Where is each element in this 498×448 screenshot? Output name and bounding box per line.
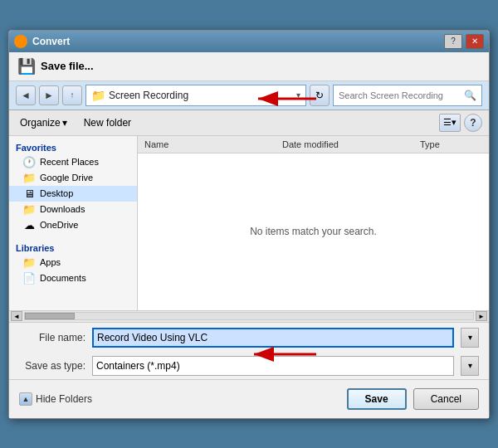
sidebar-item-apps-label: Apps [40, 257, 130, 267]
file-list-empty: No items match your search. [138, 153, 489, 310]
sidebar-item-desktop[interactable]: 🖥 Desktop [9, 186, 137, 202]
recent-icon: 🕐 [22, 156, 36, 168]
scroll-left-arrow[interactable]: ◄ [11, 311, 22, 321]
savetype-dropdown[interactable]: ▾ [461, 356, 479, 376]
sidebar: Favorites 🕐 Recent Places 📁 Google Drive… [9, 136, 138, 310]
sidebar-item-downloads[interactable]: 📁 Downloads [9, 202, 137, 217]
close-button[interactable]: ✕ [466, 34, 484, 49]
sidebar-item-onedrive[interactable]: ☁ OneDrive [9, 217, 137, 233]
sidebar-item-apps[interactable]: 📁 Apps [9, 255, 137, 270]
libraries-label: Libraries [9, 240, 137, 255]
empty-message: No items match your search. [250, 226, 377, 237]
window-title: Convert [32, 36, 70, 47]
search-box[interactable]: 🔍 [333, 85, 482, 106]
toolbar-right: ☰▾ ? [439, 114, 482, 132]
file-list-area: Name Date modified Type No items match y… [138, 136, 489, 310]
bottom-row: ▲ Hide Folders Save Cancel [9, 379, 489, 418]
sidebar-item-onedrive-label: OneDrive [40, 220, 130, 230]
hide-folders-icon: ▲ [19, 392, 32, 406]
forward-button[interactable]: ► [39, 85, 59, 105]
back-button[interactable]: ◄ [16, 85, 36, 105]
favorites-label: Favorites [9, 139, 137, 154]
address-bar: ◄ ► ↑ 📁 Screen Recording ▾ ↻ 🔍 [9, 81, 489, 110]
dialog-header: 💾 Save file... [9, 52, 489, 81]
new-folder-button[interactable]: New folder [78, 114, 137, 131]
view-toggle-button[interactable]: ☰▾ [439, 114, 461, 132]
sidebar-item-documents[interactable]: 📄 Documents [9, 270, 137, 286]
hide-folders-label: Hide Folders [36, 393, 92, 405]
filename-label: File name: [19, 332, 85, 343]
help-button[interactable]: ? [444, 34, 462, 49]
toolbar: Organize ▾ New folder ☰▾ ? [9, 110, 489, 136]
savetype-value: Containers (*.mp4) [96, 360, 180, 372]
downloads-icon: 📁 [22, 203, 36, 216]
sidebar-item-googledrive-label: Google Drive [40, 173, 130, 183]
sidebar-item-documents-label: Documents [40, 273, 130, 283]
action-buttons: Save Cancel [347, 388, 479, 410]
googledrive-icon: 📁 [22, 172, 36, 184]
sidebar-item-googledrive[interactable]: 📁 Google Drive [9, 170, 137, 186]
cancel-button[interactable]: Cancel [413, 388, 479, 410]
col-date[interactable]: Date modified [276, 138, 413, 151]
scroll-right-arrow[interactable]: ► [476, 311, 487, 321]
dialog-title: Save file... [41, 60, 94, 72]
filename-dropdown[interactable]: ▾ [461, 328, 479, 348]
save-button[interactable]: Save [347, 388, 407, 410]
sidebar-item-recent[interactable]: 🕐 Recent Places [9, 154, 137, 170]
title-controls: ? ✕ [444, 34, 484, 49]
search-icon[interactable]: 🔍 [464, 90, 476, 101]
sidebar-item-recent-label: Recent Places [40, 157, 130, 167]
horizontal-scrollbar[interactable]: ◄ ► [9, 310, 489, 322]
sidebar-item-downloads-label: Downloads [40, 204, 130, 214]
filename-row: File name: ▾ [9, 322, 489, 353]
desktop-icon: 🖥 [22, 187, 36, 200]
scroll-track[interactable] [24, 312, 474, 320]
file-browser: Favorites 🕐 Recent Places 📁 Google Drive… [9, 136, 489, 310]
current-path: Screen Recording [109, 90, 293, 101]
col-type[interactable]: Type [413, 138, 489, 151]
help-icon-button[interactable]: ? [464, 114, 482, 132]
organize-arrow: ▾ [62, 117, 67, 129]
app-icon [14, 35, 27, 48]
scroll-thumb[interactable] [25, 313, 75, 319]
folder-icon: 📁 [91, 89, 105, 102]
savetype-label: Save as type: [19, 360, 85, 372]
documents-icon: 📄 [22, 272, 36, 285]
organize-button[interactable]: Organize ▾ [16, 114, 71, 131]
hide-folders-button[interactable]: ▲ Hide Folders [19, 392, 92, 406]
title-bar: Convert ? ✕ [9, 31, 489, 52]
search-input[interactable] [339, 90, 464, 100]
path-bar[interactable]: 📁 Screen Recording ▾ [85, 85, 306, 106]
filename-input[interactable] [92, 328, 454, 348]
up-button[interactable]: ↑ [62, 85, 82, 105]
onedrive-icon: ☁ [22, 219, 36, 231]
apps-icon: 📁 [22, 256, 36, 269]
col-name[interactable]: Name [138, 138, 276, 151]
toolbar-left: Organize ▾ New folder [16, 114, 137, 131]
savetype-display[interactable]: Containers (*.mp4) [92, 356, 454, 376]
organize-label: Organize [20, 117, 61, 129]
save-icon: 💾 [17, 57, 36, 75]
file-list-header: Name Date modified Type [138, 136, 489, 153]
refresh-button[interactable]: ↻ [310, 85, 330, 106]
path-dropdown-arrow[interactable]: ▾ [296, 90, 300, 100]
sidebar-item-desktop-label: Desktop [40, 188, 130, 198]
main-window: Convert ? ✕ 💾 Save file... ◄ ► ↑ 📁 Scree… [8, 30, 490, 419]
title-bar-left: Convert [14, 35, 70, 48]
savetype-row: Save as type: Containers (*.mp4) ▾ [9, 353, 489, 379]
